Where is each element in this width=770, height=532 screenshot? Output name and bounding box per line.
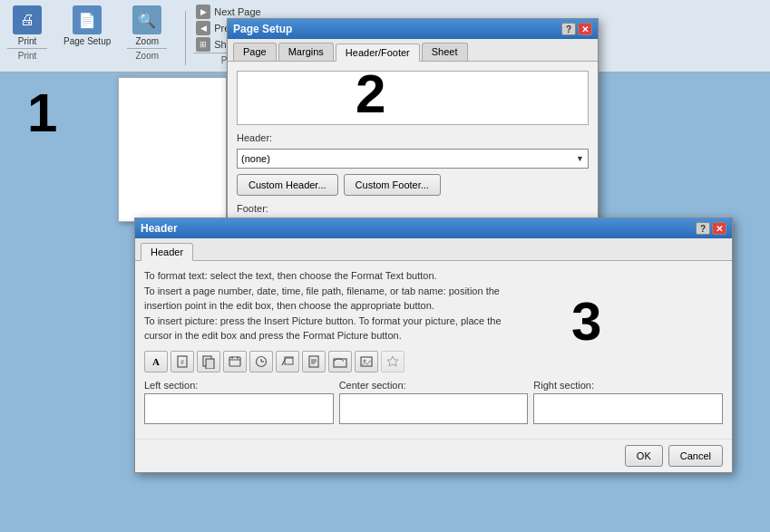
ribbon-divider-1: [185, 11, 186, 65]
header-footer-preview: 2: [237, 71, 589, 125]
format-picture-button[interactable]: [381, 351, 404, 372]
page-setup-title-buttons: ? ✕: [561, 23, 592, 35]
page-setup-titlebar: Page Setup ? ✕: [228, 19, 598, 39]
insert-tabname-button[interactable]: [328, 351, 352, 372]
header-dialog-close-button[interactable]: ✕: [712, 222, 726, 235]
header-tab-bar: Header: [135, 238, 732, 261]
header-dialog-title: Header: [141, 222, 178, 235]
instruction-line-5: cursor in the edit box and press the For…: [144, 328, 723, 343]
insert-page-num-button[interactable]: #: [171, 351, 194, 372]
tab-page[interactable]: Page: [233, 43, 277, 61]
custom-footer-button[interactable]: Custom Footer...: [344, 174, 441, 196]
instruction-line-2: To insert a page number, date, time, fil…: [144, 284, 723, 299]
next-page-icon: ▶: [196, 5, 210, 19]
custom-buttons-row: Custom Header... Custom Footer...: [237, 174, 589, 196]
header-dialog-footer: OK Cancel: [135, 439, 732, 472]
show-margins-icon: ⊞: [196, 37, 210, 52]
next-page-label: Next Page: [214, 6, 260, 17]
print-icon: 🖨: [13, 5, 42, 34]
page-preview: [118, 77, 227, 222]
insert-time-button[interactable]: [249, 351, 273, 372]
insert-picture-button[interactable]: [355, 351, 378, 372]
zoom-section-label: Zoom: [127, 48, 167, 61]
tab-header-inner[interactable]: Header: [141, 243, 193, 261]
header-dropdown-row: (none) ▼: [237, 149, 589, 169]
marker-2: 2: [356, 63, 706, 125]
footer-field-label: Footer:: [237, 203, 282, 214]
right-section-input[interactable]: [533, 393, 723, 424]
header-dialog: Header ? ✕ Header To format text: select…: [134, 218, 733, 473]
center-section-box: Center section:: [339, 380, 529, 424]
right-section-box: Right section: Insert Picture: [533, 380, 723, 424]
footer-row: Footer:: [237, 203, 589, 214]
ok-button[interactable]: OK: [625, 445, 663, 467]
instruction-line-3: insertion point in the edit box, then ch…: [144, 298, 723, 314]
page-setup-title: Page Setup: [233, 23, 292, 35]
instruction-line-1: To format text: select the text, then ch…: [144, 268, 723, 284]
insert-filename-button[interactable]: [302, 351, 326, 372]
page-setup-tabs: Page Margins Header/Footer Sheet: [228, 39, 598, 62]
cancel-button[interactable]: Cancel: [668, 445, 723, 467]
insert-pages-button[interactable]: [197, 351, 220, 372]
header-dialog-title-buttons: ? ✕: [696, 222, 726, 235]
svg-rect-3: [206, 359, 214, 369]
page-setup-help-button[interactable]: ?: [561, 23, 576, 35]
insert-date-button[interactable]: [223, 351, 247, 372]
marker-3: 3: [571, 290, 601, 353]
left-section-box: Left section:: [144, 380, 334, 424]
header-sections: Left section: Center section: Right sect…: [144, 380, 723, 424]
print-label: Print: [18, 36, 37, 46]
left-section-label: Left section:: [144, 380, 334, 391]
svg-rect-4: [229, 357, 240, 366]
tab-sheet[interactable]: Sheet: [422, 43, 468, 61]
header-dialog-help-button[interactable]: ?: [696, 222, 710, 235]
right-section-label: Right section:: [533, 380, 723, 391]
print-group: 🖨 Print Print: [7, 4, 47, 61]
marker-1: 1: [27, 82, 57, 144]
header-toolbar: A #: [144, 351, 723, 372]
svg-text:#: #: [180, 359, 184, 365]
header-dropdown-value: (none): [241, 153, 270, 164]
format-text-button[interactable]: A: [144, 351, 168, 372]
zoom-button[interactable]: 🔍 Zoom: [127, 4, 167, 48]
header-dropdown[interactable]: (none) ▼: [237, 149, 589, 169]
center-section-input[interactable]: [339, 393, 529, 424]
custom-header-button[interactable]: Custom Header...: [237, 174, 338, 196]
center-section-label: Center section:: [339, 380, 529, 391]
page-setup-content: 2 Header: (none) ▼ Custom Header... Cust…: [228, 62, 598, 228]
page-setup-button[interactable]: 📄 Page Setup: [58, 4, 116, 48]
svg-point-18: [364, 359, 366, 362]
left-section-input[interactable]: [144, 393, 334, 424]
tab-headerfooter[interactable]: Header/Footer: [336, 44, 420, 62]
insert-path-button[interactable]: [276, 351, 299, 372]
tab-margins[interactable]: Margins: [278, 43, 334, 61]
header-row: Header:: [237, 132, 589, 143]
print-section-label: Print: [7, 48, 47, 61]
page-setup-group: 📄 Page Setup: [58, 4, 116, 48]
instruction-line-4: To insert picture: press the Insert Pict…: [144, 314, 723, 329]
header-dialog-content: To format text: select the text, then ch…: [135, 261, 732, 439]
prev-page-icon: ◀: [196, 21, 210, 35]
zoom-group: 🔍 Zoom Zoom: [127, 4, 167, 61]
page-setup-icon: 📄: [73, 5, 102, 34]
zoom-label: Zoom: [135, 36, 159, 46]
page-setup-dialog: Page Setup ? ✕ Page Margins Header/Foote…: [227, 18, 599, 229]
print-button[interactable]: 🖨 Print: [7, 4, 47, 48]
header-dialog-titlebar: Header ? ✕: [135, 218, 732, 238]
header-dropdown-arrow: ▼: [576, 154, 584, 163]
header-instructions: To format text: select the text, then ch…: [144, 268, 723, 343]
page-setup-close-button[interactable]: ✕: [578, 23, 592, 35]
zoom-icon: 🔍: [132, 5, 161, 34]
header-field-label: Header:: [237, 132, 282, 143]
page-setup-label: Page Setup: [63, 36, 111, 46]
